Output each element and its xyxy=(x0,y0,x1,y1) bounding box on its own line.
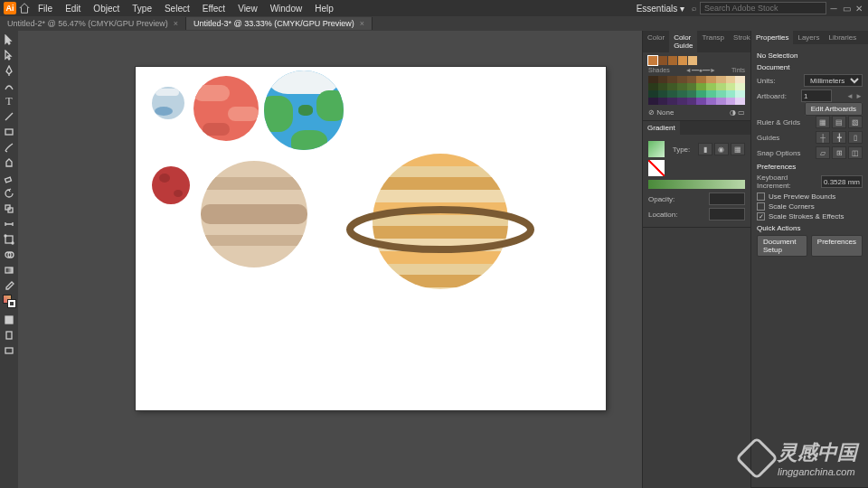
gradient-panel: Gradient Type: ▮◉▦ Opacity: Location: xyxy=(643,121,750,228)
tab-transparency[interactable]: Transp xyxy=(697,31,729,52)
type-tool[interactable]: T xyxy=(2,94,16,108)
color-mode-icon[interactable] xyxy=(2,313,16,327)
artboard-input[interactable] xyxy=(801,89,832,102)
rectangle-tool[interactable] xyxy=(2,125,16,139)
fill-stroke-indicator[interactable] xyxy=(2,294,16,312)
app-icon: Ai xyxy=(4,2,16,14)
artwork-saturn-ring xyxy=(344,202,537,257)
rotate-tool[interactable] xyxy=(2,186,16,201)
pen-tool[interactable] xyxy=(2,63,16,78)
artboard[interactable] xyxy=(136,67,606,410)
folder-icon[interactable]: ▭ xyxy=(738,108,745,117)
scale-tool[interactable] xyxy=(2,202,16,216)
snap-buttons[interactable]: ▱⊞◫ xyxy=(816,146,863,159)
checkbox-scale-strokes[interactable]: ✓Scale Strokes & Effects xyxy=(757,212,863,221)
units-select[interactable]: Millimeters xyxy=(804,74,863,87)
quick-actions-section: Quick Actions xyxy=(757,224,863,232)
color-guide-panel: Color Color Guide Transp Stroke Shades◄━… xyxy=(643,31,750,121)
svg-rect-1 xyxy=(5,177,11,183)
close-icon[interactable]: × xyxy=(174,19,178,28)
document-tabs: Untitled-2* @ 56.47% (CMYK/GPU Preview)×… xyxy=(0,16,868,31)
menu-type[interactable]: Type xyxy=(127,2,157,15)
brush-tool[interactable] xyxy=(2,140,16,155)
close-icon[interactable]: × xyxy=(360,19,364,28)
snap-label: Snap Options xyxy=(757,149,800,157)
preferences-section: Preferences xyxy=(757,163,863,171)
menu-help[interactable]: Help xyxy=(309,2,339,15)
svg-point-13 xyxy=(350,210,531,249)
color-wheel-icon[interactable]: ◑ xyxy=(730,108,736,117)
menu-effect[interactable]: Effect xyxy=(197,2,231,15)
workspace-switcher[interactable]: Essentials ▾ xyxy=(637,4,684,14)
artwork-planet-red xyxy=(193,76,259,141)
tab-doc-1[interactable]: Untitled-2* @ 56.47% (CMYK/GPU Preview)× xyxy=(0,17,186,30)
tab-layers[interactable]: Layers xyxy=(793,31,824,44)
artwork-planet-maroon xyxy=(152,166,190,204)
keyboard-increment-input[interactable] xyxy=(821,175,863,188)
menu-window[interactable]: Window xyxy=(265,2,308,15)
color-variations-grid[interactable] xyxy=(648,76,745,105)
checkbox-scale-corners[interactable]: Scale Corners xyxy=(757,202,863,211)
guides-buttons[interactable]: ┼╋▯ xyxy=(816,131,863,144)
menu-edit[interactable]: Edit xyxy=(60,2,86,15)
svg-rect-12 xyxy=(5,348,13,353)
svg-point-6 xyxy=(12,242,14,244)
checkbox-preview-bounds[interactable]: Use Preview Bounds xyxy=(757,192,863,201)
menu-file[interactable]: File xyxy=(33,2,58,15)
none-swatch[interactable]: ⊘ None xyxy=(648,108,674,117)
line-tool[interactable] xyxy=(2,109,16,124)
minimize-icon[interactable]: ─ xyxy=(828,4,839,14)
direct-selection-tool[interactable] xyxy=(2,48,16,62)
eraser-tool[interactable] xyxy=(2,171,16,185)
svg-rect-0 xyxy=(5,129,13,135)
gradient-type-buttons[interactable]: ▮◉▦ xyxy=(698,143,745,155)
artwork-planet-beige xyxy=(201,161,307,267)
tab-color-guide[interactable]: Color Guide xyxy=(669,31,697,52)
selection-status: No Selection xyxy=(757,52,863,60)
shape-builder-tool[interactable] xyxy=(2,248,16,262)
opacity-label: Opacity: xyxy=(648,195,675,203)
gradient-ramp[interactable] xyxy=(648,180,745,189)
location-label: Location: xyxy=(648,211,677,219)
document-section: Document xyxy=(757,63,863,71)
close-icon[interactable]: ✕ xyxy=(854,4,864,14)
selection-tool[interactable] xyxy=(2,33,16,47)
shaper-tool[interactable] xyxy=(2,155,16,170)
right-panels: Color Color Guide Transp Stroke Shades◄━… xyxy=(642,31,868,488)
ruler-grid-buttons[interactable]: ▦▤▧ xyxy=(816,116,863,128)
svg-rect-10 xyxy=(5,316,13,324)
ruler-grids-label: Ruler & Grids xyxy=(757,118,800,127)
properties-panel: Properties Layers Libraries No Selection… xyxy=(751,31,868,488)
search-input[interactable] xyxy=(700,2,826,14)
menu-select[interactable]: Select xyxy=(159,2,195,15)
guides-label: Guides xyxy=(757,134,779,142)
tools-panel: T xyxy=(0,31,18,488)
tab-doc-2[interactable]: Untitled-3* @ 33.33% (CMYK/GPU Preview)× xyxy=(186,17,373,30)
artwork-planet-earth xyxy=(264,70,344,150)
draw-mode-icon[interactable] xyxy=(2,328,16,343)
preferences-button[interactable]: Preferences xyxy=(811,235,863,257)
document-setup-button[interactable]: Document Setup xyxy=(757,235,807,257)
restore-icon[interactable]: ▭ xyxy=(841,4,852,14)
gradient-tool[interactable] xyxy=(2,263,16,277)
edit-artboards-button[interactable]: Edit Artboards xyxy=(805,102,863,116)
home-icon[interactable] xyxy=(18,2,31,14)
svg-rect-4 xyxy=(5,236,13,243)
free-transform-tool[interactable] xyxy=(2,232,16,247)
tab-color[interactable]: Color xyxy=(643,31,669,52)
svg-point-5 xyxy=(5,235,6,237)
search-icon: ⌕ xyxy=(692,4,696,13)
harmony-swatches[interactable] xyxy=(648,56,745,65)
menu-object[interactable]: Object xyxy=(88,2,125,15)
menu-view[interactable]: View xyxy=(232,2,263,15)
tab-gradient[interactable]: Gradient xyxy=(643,121,680,135)
curvature-tool[interactable] xyxy=(2,79,16,93)
artwork-planet-blue xyxy=(152,87,184,119)
width-tool[interactable] xyxy=(2,217,16,231)
svg-rect-9 xyxy=(5,267,13,273)
canvas[interactable] xyxy=(18,31,642,488)
screen-mode-icon[interactable] xyxy=(2,343,16,358)
tab-properties[interactable]: Properties xyxy=(751,31,793,44)
eyedropper-tool[interactable] xyxy=(2,278,16,293)
tab-libraries[interactable]: Libraries xyxy=(824,31,861,44)
